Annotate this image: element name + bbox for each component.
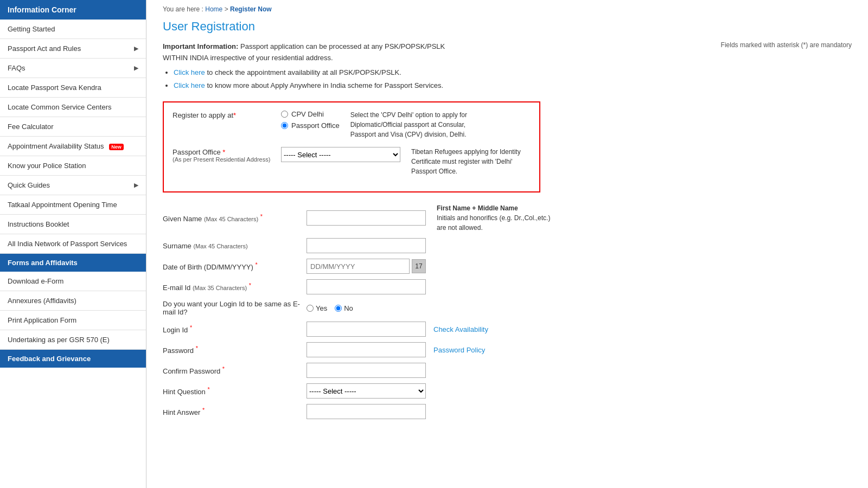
password-row: Password * Password Policy: [163, 342, 852, 357]
login-id-label: Login Id *: [163, 324, 307, 334]
important-label: Important Information:: [163, 42, 238, 50]
register-box: Register to apply at* CPV Delhi Passport…: [163, 101, 540, 192]
dob-input[interactable]: [307, 259, 410, 274]
main-content: You are here : Home > Register Now User …: [146, 0, 868, 488]
click-link-1[interactable]: Click here: [174, 68, 205, 76]
surname-input[interactable]: [307, 238, 426, 253]
register-at-hint: Select the 'CPV Delhi' option to apply f…: [350, 110, 470, 139]
sidebar-section-feedback: Feedback and Grievance: [0, 350, 146, 368]
sidebar-item-locate-psk[interactable]: Locate Passport Seva Kendra: [0, 78, 146, 98]
password-label: Password *: [163, 345, 307, 355]
dob-label: Date of Birth (DD/MM/YYYY) *: [163, 261, 307, 271]
sidebar-item-print-form[interactable]: Print Application Form: [0, 311, 146, 330]
hint-answer-label: Hint Answer *: [163, 407, 307, 416]
sidebar-item-quick-guides[interactable]: Quick Guides ▶: [0, 176, 146, 195]
click-link-2-rest: to know more about Apply Anywhere in Ind…: [207, 81, 443, 89]
register-at-row: Register to apply at* CPV Delhi Passport…: [173, 110, 531, 139]
click-links: Click here to check the appointment avai…: [163, 67, 467, 92]
radio-passport-office-input[interactable]: [281, 122, 288, 129]
mandatory-note: Fields marked with asterisk (*) are mand…: [721, 41, 852, 49]
chevron-right-icon: ▶: [134, 65, 138, 72]
sidebar-item-police-station[interactable]: Know your Police Station: [0, 156, 146, 176]
radio-no-label[interactable]: No: [335, 304, 353, 312]
passport-office-row: Passport Office * (As per Present Reside…: [173, 147, 531, 176]
radio-yes-label[interactable]: Yes: [307, 304, 327, 312]
sidebar: Information Corner Getting Started Passp…: [0, 0, 146, 488]
sidebar-item-instructions[interactable]: Instructions Booklet: [0, 215, 146, 234]
register-at-options: CPV Delhi Passport Office: [281, 110, 340, 130]
confirm-password-row: Confirm Password *: [163, 363, 852, 378]
email-input[interactable]: [307, 279, 426, 294]
password-policy-link[interactable]: Password Policy: [433, 346, 485, 354]
given-name-row: Given Name (Max 45 Characters) * First N…: [163, 203, 852, 233]
given-name-hint: First Name + Middle Name Initials and ho…: [437, 203, 556, 233]
confirm-password-label: Confirm Password *: [163, 365, 307, 375]
radio-passport-office[interactable]: Passport Office: [281, 121, 340, 130]
breadcrumb-home[interactable]: Home: [205, 5, 222, 13]
chevron-right-icon: ▶: [134, 45, 138, 52]
surname-row: Surname (Max 45 Characters): [163, 238, 852, 253]
sidebar-item-annexures[interactable]: Annexures (Affidavits): [0, 291, 146, 311]
hint-question-label: Hint Question *: [163, 386, 307, 396]
sidebar-item-all-india-network[interactable]: All India Network of Passport Services: [0, 234, 146, 254]
login-id-input[interactable]: [307, 322, 426, 337]
click-link-2[interactable]: Click here: [174, 81, 205, 89]
info-block: Important Information: Passport applicat…: [163, 41, 852, 94]
passport-office-hint: Tibetan Refugees applying for Identity C…: [411, 147, 531, 176]
new-badge: New: [109, 144, 124, 150]
sidebar-header: Information Corner: [0, 0, 146, 20]
login-same-row: Do you want your Login Id to be same as …: [163, 300, 852, 316]
radio-no-input[interactable]: [335, 305, 342, 312]
sidebar-item-faqs[interactable]: FAQs ▶: [0, 59, 146, 78]
click-link-1-rest: to check the appointment availability at…: [207, 68, 401, 76]
sidebar-item-download-eform[interactable]: Download e-Form: [0, 272, 146, 291]
hint-answer-row: Hint Answer *: [163, 404, 852, 419]
calendar-icon[interactable]: 17: [412, 259, 426, 273]
given-name-label: Given Name (Max 45 Characters) *: [163, 213, 307, 223]
breadcrumb-current: Register Now: [230, 5, 272, 13]
hint-answer-input[interactable]: [307, 404, 426, 419]
radio-yes-input[interactable]: [307, 305, 314, 312]
passport-office-select[interactable]: ----- Select -----: [281, 147, 400, 162]
form-section: Given Name (Max 45 Characters) * First N…: [163, 203, 852, 419]
login-same-label: Do you want your Login Id to be same as …: [163, 300, 307, 316]
breadcrumb: You are here : Home > Register Now: [163, 5, 852, 13]
register-at-label: Register to apply at*: [173, 110, 281, 119]
login-id-row: Login Id * Check Availability: [163, 322, 852, 337]
confirm-password-input[interactable]: [307, 363, 426, 378]
info-text: Important Information: Passport applicat…: [163, 41, 467, 94]
password-input[interactable]: [307, 342, 426, 357]
given-name-input[interactable]: [307, 210, 426, 226]
email-row: E-mail Id (Max 35 Characters) *: [163, 279, 852, 294]
login-same-options: Yes No: [307, 304, 353, 312]
page-title: User Registration: [163, 20, 852, 34]
passport-office-label: Passport Office * (As per Present Reside…: [173, 147, 281, 163]
chevron-right-icon: ▶: [134, 182, 138, 189]
email-label: E-mail Id (Max 35 Characters) *: [163, 282, 307, 292]
dob-wrapper: 17: [307, 259, 426, 274]
hint-question-select[interactable]: ----- Select -----: [307, 383, 426, 399]
check-availability-link[interactable]: Check Availability: [433, 325, 488, 333]
sidebar-item-appointment-status[interactable]: Appointment Availability Status New: [0, 137, 146, 156]
radio-cpv-delhi[interactable]: CPV Delhi: [281, 110, 340, 118]
sidebar-item-passport-act[interactable]: Passport Act and Rules ▶: [0, 39, 146, 59]
sidebar-item-fee-calculator[interactable]: Fee Calculator: [0, 117, 146, 137]
sidebar-item-tatkaal[interactable]: Tatkaal Appointment Opening Time: [0, 195, 146, 215]
radio-cpv-delhi-input[interactable]: [281, 111, 288, 118]
sidebar-item-getting-started[interactable]: Getting Started: [0, 20, 146, 39]
sidebar-item-locate-csc[interactable]: Locate Common Service Centers: [0, 98, 146, 117]
sidebar-section-forms: Forms and Affidavits: [0, 254, 146, 272]
sidebar-item-undertaking[interactable]: Undertaking as per GSR 570 (E): [0, 330, 146, 350]
dob-row: Date of Birth (DD/MM/YYYY) * 17: [163, 259, 852, 274]
surname-label: Surname (Max 45 Characters): [163, 242, 307, 250]
hint-question-row: Hint Question * ----- Select -----: [163, 383, 852, 399]
